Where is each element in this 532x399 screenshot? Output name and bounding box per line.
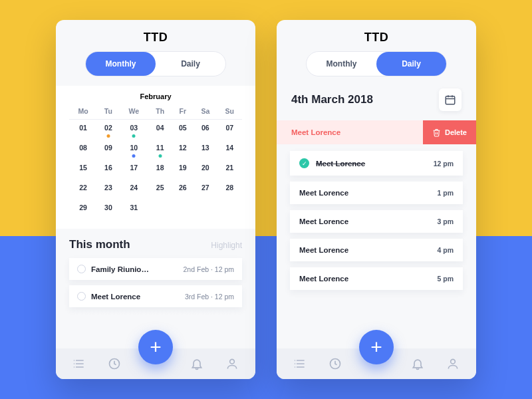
calendar-day[interactable]: 11 bbox=[148, 140, 172, 160]
calendar-day[interactable]: 09 bbox=[97, 140, 120, 160]
calendar-day[interactable]: 23 bbox=[97, 180, 120, 200]
calendar-day[interactable]: 03 bbox=[120, 120, 148, 140]
task-title: Meet Lorence bbox=[299, 217, 348, 225]
calendar-day[interactable]: 18 bbox=[148, 160, 172, 180]
swipe-delete-row[interactable]: Meet Lorence Delete bbox=[277, 120, 476, 144]
bell-icon[interactable] bbox=[410, 356, 425, 371]
delete-button[interactable]: Delete bbox=[423, 120, 476, 144]
calendar-grid: MoTuWeThFrSaSu 0102030405060708091011121… bbox=[69, 107, 242, 219]
tab-monthly[interactable]: Monthly bbox=[86, 52, 156, 76]
daily-date-title: 4th March 2018 bbox=[291, 93, 373, 106]
event-meta: 3rd Feb · 12 pm bbox=[185, 293, 234, 301]
app-logo: TTD bbox=[56, 31, 255, 45]
calendar-day[interactable]: 08 bbox=[69, 140, 97, 160]
calendar-day[interactable]: 31 bbox=[120, 200, 148, 219]
svg-point-15 bbox=[294, 360, 295, 361]
calendar-day[interactable]: 10 bbox=[120, 140, 148, 160]
task-row[interactable]: Meet Lorence5 pm bbox=[290, 267, 463, 290]
weekday-label: Fr bbox=[172, 107, 194, 120]
svg-point-16 bbox=[294, 363, 295, 364]
check-ring-icon bbox=[77, 292, 86, 301]
user-icon[interactable] bbox=[225, 356, 239, 371]
delete-label: Delete bbox=[445, 128, 467, 136]
calendar-day[interactable]: 21 bbox=[217, 160, 242, 180]
svg-rect-8 bbox=[446, 96, 455, 104]
calendar-day[interactable]: 27 bbox=[194, 180, 217, 200]
task-row[interactable]: Meet Lorence1 pm bbox=[290, 182, 463, 204]
calendar-day[interactable]: 05 bbox=[172, 120, 194, 140]
calendar-day[interactable]: 28 bbox=[217, 180, 242, 200]
task-title: Meet Lorence bbox=[316, 160, 365, 168]
check-icon: ✓ bbox=[299, 158, 309, 168]
calendar-day[interactable]: 16 bbox=[97, 160, 120, 180]
view-tabs: Monthly Daily bbox=[85, 51, 226, 76]
calendar-day[interactable]: 06 bbox=[194, 120, 217, 140]
add-button[interactable]: + bbox=[359, 330, 394, 364]
event-dot bbox=[158, 154, 162, 158]
calendar-day[interactable]: 29 bbox=[69, 200, 97, 219]
svg-point-17 bbox=[294, 366, 295, 368]
calendar-day[interactable]: 14 bbox=[217, 140, 242, 160]
svg-point-5 bbox=[73, 366, 74, 368]
calendar-day[interactable]: 19 bbox=[172, 160, 194, 180]
calendar-day[interactable]: 22 bbox=[69, 180, 97, 200]
trash-icon bbox=[432, 128, 441, 137]
event-card[interactable]: Meet Lorence3rd Feb · 12 pm bbox=[69, 285, 242, 307]
screen-daily: TTD Monthly Daily 4th March 2018 Meet Lo… bbox=[277, 20, 476, 379]
calendar-day[interactable]: 20 bbox=[194, 160, 217, 180]
calendar-day[interactable]: 15 bbox=[69, 160, 97, 180]
weekday-label: Tu bbox=[97, 107, 120, 120]
task-title: Meet Lorence bbox=[299, 246, 348, 254]
calendar-day bbox=[172, 200, 194, 219]
tab-daily[interactable]: Daily bbox=[376, 52, 446, 76]
calendar-day[interactable]: 12 bbox=[172, 140, 194, 160]
calendar-day bbox=[148, 200, 172, 219]
weekday-label: Th bbox=[148, 107, 172, 120]
calendar-day[interactable]: 07 bbox=[217, 120, 242, 140]
svg-point-7 bbox=[230, 359, 235, 364]
calendar-day[interactable]: 17 bbox=[120, 160, 148, 180]
weekday-label: Sa bbox=[194, 107, 217, 120]
task-title: Meet Lorence bbox=[299, 189, 348, 197]
add-button[interactable]: + bbox=[138, 330, 173, 364]
task-row[interactable]: Meet Lorence4 pm bbox=[290, 239, 463, 261]
screen-monthly: TTD Monthly Daily February MoTuWeThFrSaS… bbox=[56, 20, 255, 379]
task-row[interactable]: Meet Lorence3 pm bbox=[290, 210, 463, 233]
calendar-day[interactable]: 13 bbox=[194, 140, 217, 160]
calendar-day[interactable]: 01 bbox=[69, 120, 97, 140]
weekday-label: We bbox=[120, 107, 148, 120]
task-time: 5 pm bbox=[437, 275, 454, 283]
clock-icon[interactable] bbox=[107, 356, 122, 371]
task-time: 4 pm bbox=[437, 246, 454, 254]
calendar-day[interactable]: 04 bbox=[148, 120, 172, 140]
weekday-label: Mo bbox=[69, 107, 97, 120]
event-dot bbox=[132, 154, 136, 158]
task-time: 3 pm bbox=[437, 217, 454, 225]
view-tabs: Monthly Daily bbox=[306, 51, 447, 76]
event-meta: 2nd Feb · 12 pm bbox=[184, 265, 234, 273]
list-icon[interactable] bbox=[72, 356, 86, 371]
calendar-day[interactable]: 26 bbox=[172, 180, 194, 200]
task-row[interactable]: ✓Meet Lorence12 pm bbox=[290, 151, 463, 176]
calendar-picker-button[interactable] bbox=[439, 88, 462, 111]
svg-point-3 bbox=[73, 360, 74, 361]
app-logo: TTD bbox=[277, 31, 476, 45]
list-icon[interactable] bbox=[293, 356, 307, 371]
tab-daily[interactable]: Daily bbox=[156, 52, 225, 76]
clock-icon[interactable] bbox=[328, 356, 342, 371]
event-card[interactable]: Family Riunio…2nd Feb · 12 pm bbox=[69, 258, 242, 280]
bell-icon[interactable] bbox=[190, 356, 204, 371]
calendar-day[interactable]: 24 bbox=[120, 180, 148, 200]
tab-monthly[interactable]: Monthly bbox=[307, 52, 376, 76]
month-label: February bbox=[69, 92, 242, 100]
calendar-day[interactable]: 02 bbox=[97, 120, 120, 140]
section-fade-label: Highlight bbox=[211, 241, 242, 250]
calendar-day[interactable]: 30 bbox=[97, 200, 120, 219]
svg-point-19 bbox=[451, 359, 456, 364]
task-time: 12 pm bbox=[434, 160, 454, 168]
svg-point-4 bbox=[73, 363, 74, 364]
user-icon[interactable] bbox=[446, 356, 460, 371]
calendar-day[interactable]: 25 bbox=[148, 180, 172, 200]
weekday-label: Su bbox=[217, 107, 242, 120]
event-dot bbox=[132, 134, 136, 138]
